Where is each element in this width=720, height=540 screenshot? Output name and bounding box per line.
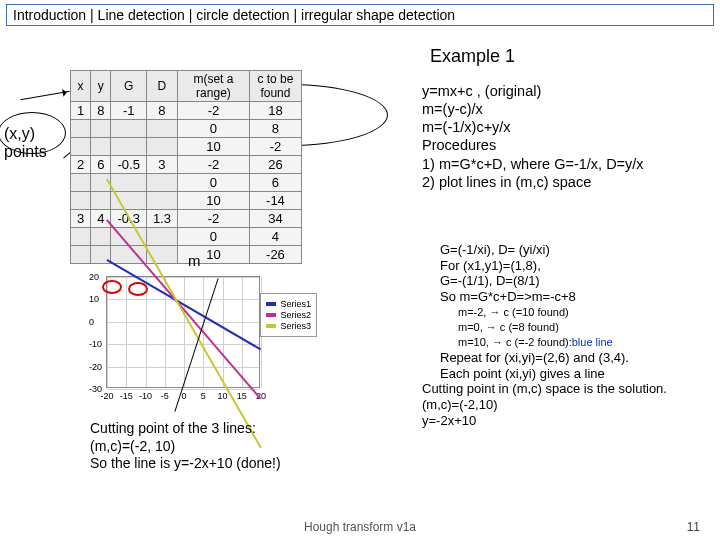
- table-cell: 4: [91, 210, 111, 228]
- table-cell: -2: [177, 102, 249, 120]
- table-cell: 18: [249, 102, 301, 120]
- math-line: Procedures: [422, 136, 714, 154]
- table-cell: -2: [177, 210, 249, 228]
- table-cell: 3: [71, 210, 91, 228]
- legend-row: Series1: [266, 299, 311, 309]
- text-line: (m,c)=(-2,10): [422, 397, 716, 413]
- table-cell: -14: [249, 192, 301, 210]
- th-D: D: [146, 71, 177, 102]
- breadcrumb: Introduction | Line detection | circle d…: [6, 4, 714, 26]
- text-line: Each point (xi,yi) gives a line: [440, 366, 716, 382]
- page-title: Example 1: [430, 46, 515, 67]
- nav-irregular[interactable]: irregular shape detection: [301, 7, 455, 23]
- table-cell: [146, 120, 177, 138]
- text-line: Repeat for (xi,yi)=(2,6) and (3,4).: [440, 350, 716, 366]
- table-cell: 0: [177, 120, 249, 138]
- legend-label: Series1: [280, 299, 311, 309]
- math-line: y=mx+c , (original): [422, 82, 714, 100]
- table-cell: 34: [249, 210, 301, 228]
- table-cell: [71, 174, 91, 192]
- math-line: 1) m=G*c+D, where G=-1/x, D=y/x: [422, 155, 714, 173]
- table-cell: 26: [249, 156, 301, 174]
- legend-label: Series3: [280, 321, 311, 331]
- table-cell: [146, 174, 177, 192]
- text-line: G=-(1/1), D=(8/1): [440, 273, 716, 289]
- table-cell: [91, 120, 111, 138]
- sub-line: m=-2, → c (=10 found): [458, 306, 716, 319]
- table-cell: 6: [91, 156, 111, 174]
- intersection-marker: [128, 282, 148, 296]
- nav-intro[interactable]: Introduction: [13, 7, 86, 23]
- note-line: (m,c)=(-2, 10): [90, 438, 390, 456]
- table-cell: [71, 192, 91, 210]
- table-cell: [111, 174, 146, 192]
- page-number: 11: [687, 520, 700, 534]
- data-table: x y G D m(set a range) c to be found 18-…: [70, 70, 302, 264]
- nav-circle[interactable]: circle detection: [196, 7, 289, 23]
- note-line: Cutting point of the 3 lines:: [90, 420, 390, 438]
- chart-legend: Series1Series2Series3: [260, 293, 317, 337]
- table-cell: [71, 120, 91, 138]
- nav-line[interactable]: Line detection: [98, 7, 185, 23]
- text-line: For (x1,y1)=(1,8),: [440, 258, 716, 274]
- table-cell: 10: [177, 138, 249, 156]
- math-line: 2) plot lines in (m,c) space: [422, 173, 714, 191]
- th-y: y: [91, 71, 111, 102]
- table-cell: -1: [111, 102, 146, 120]
- table-cell: 0: [177, 174, 249, 192]
- worked-example-block: G=(-1/xi), D= (yi/xi) For (x1,y1)=(1,8),…: [440, 242, 716, 428]
- note-line: So the line is y=-2x+10 (done!): [90, 455, 390, 473]
- table-row: 26-0.53-226: [71, 156, 302, 174]
- table-cell: 2: [71, 156, 91, 174]
- table-cell: [146, 228, 177, 246]
- text-line: So m=G*c+D=>m=-c+8: [440, 289, 716, 305]
- th-m: m(set a range): [177, 71, 249, 102]
- legend-row: Series2: [266, 310, 311, 320]
- sub-line: m=10, → c (=-2 found):blue line: [458, 336, 716, 349]
- table-row: 10-2: [71, 138, 302, 156]
- text-line: G=(-1/xi), D= (yi/xi): [440, 242, 716, 258]
- xy-points-label: (x,y) points: [4, 125, 47, 161]
- table-cell: [71, 228, 91, 246]
- table-cell: [111, 138, 146, 156]
- derivation-block: y=mx+c , (original) m=(y-c)/x m=(-1/x)c+…: [422, 82, 714, 191]
- table-cell: 10: [177, 192, 249, 210]
- table-cell: 8: [91, 102, 111, 120]
- table-cell: -2: [249, 138, 301, 156]
- table-cell: 4: [249, 228, 301, 246]
- table-cell: 6: [249, 174, 301, 192]
- table-cell: [146, 138, 177, 156]
- table-cell: 0: [177, 228, 249, 246]
- legend-swatch: [266, 313, 276, 317]
- th-x: x: [71, 71, 91, 102]
- table-cell: 8: [249, 120, 301, 138]
- table-cell: 3: [146, 156, 177, 174]
- table-row: 34-0.31.3-234: [71, 210, 302, 228]
- arrow-annotation: [20, 91, 69, 101]
- table-cell: [91, 138, 111, 156]
- cutting-point-note: Cutting point of the 3 lines: (m,c)=(-2,…: [90, 420, 390, 473]
- table-cell: [91, 228, 111, 246]
- legend-row: Series3: [266, 321, 311, 331]
- th-G: G: [111, 71, 146, 102]
- text-line: Cutting point in (m,c) space is the solu…: [422, 381, 716, 397]
- table-cell: -0.5: [111, 156, 146, 174]
- legend-swatch: [266, 302, 276, 306]
- table-row: 08: [71, 120, 302, 138]
- math-line: m=(-1/x)c+y/x: [422, 118, 714, 136]
- table-cell: 1.3: [146, 210, 177, 228]
- table-cell: [71, 138, 91, 156]
- table-cell: 8: [146, 102, 177, 120]
- legend-label: Series2: [280, 310, 311, 320]
- th-c: c to be found: [249, 71, 301, 102]
- slide-footer: Hough transform v1a: [0, 520, 720, 534]
- table-row: 10-14: [71, 192, 302, 210]
- table-header-row: x y G D m(set a range) c to be found: [71, 71, 302, 102]
- table-row: 18-18-218: [71, 102, 302, 120]
- table-row: 04: [71, 228, 302, 246]
- table-cell: [146, 192, 177, 210]
- sub-line: m=0, → c (=8 found): [458, 321, 716, 334]
- table-cell: [91, 192, 111, 210]
- table-row: 06: [71, 174, 302, 192]
- table-cell: -2: [177, 156, 249, 174]
